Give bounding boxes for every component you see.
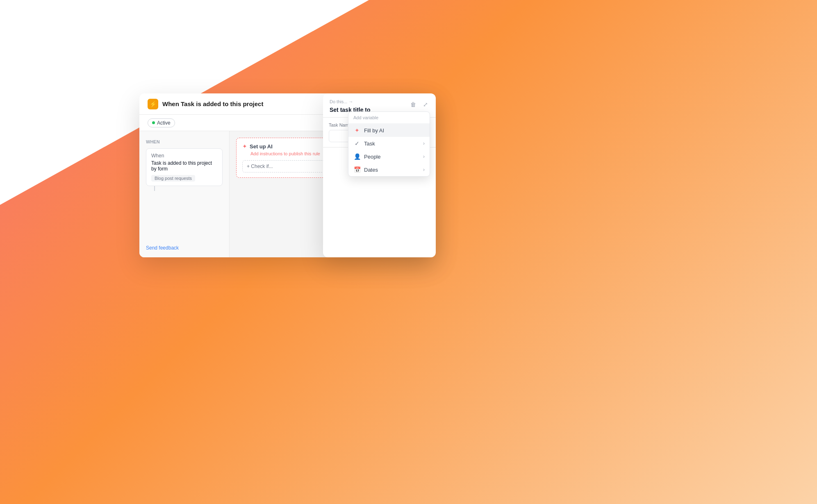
trigger-title: When [151, 153, 217, 159]
dates-item-left: 📅 Dates [353, 166, 378, 173]
delete-button[interactable]: 🗑 [408, 99, 419, 110]
fill-by-ai-label: Fill by AI [364, 127, 384, 134]
task-chevron-icon: › [423, 141, 425, 146]
dropdown-header: Add variable [348, 112, 430, 124]
dropdown-item-dates[interactable]: 📅 Dates › [348, 163, 430, 176]
people-item-left: 👤 People [353, 153, 380, 160]
dropdown-item-people[interactable]: 👤 People › [348, 150, 430, 163]
dates-icon: 📅 [353, 166, 361, 173]
delete-icon: 🗑 [410, 101, 416, 108]
task-item-left: ✓ Task [353, 140, 375, 147]
dates-label: Dates [364, 167, 378, 173]
expand-icon: ⤢ [423, 101, 428, 108]
trigger-card[interactable]: When Task is added to this project by fo… [146, 148, 223, 186]
dates-chevron-icon: › [423, 167, 425, 173]
task-icon: ✓ [353, 140, 361, 147]
ai-sparkle-icon: ✦ [242, 143, 247, 150]
task-label: Task [364, 141, 375, 147]
lightning-icon: ⚡ [148, 99, 158, 109]
trigger-panel: When When Task is added to this project … [139, 131, 230, 257]
status-badge[interactable]: Active [148, 118, 175, 127]
right-panel-actions: 🗑 ⤢ [408, 99, 431, 110]
dropdown-item-task[interactable]: ✓ Task › [348, 137, 430, 150]
right-panel: Do this... → Set task title to 🗑 ⤢ Task … [323, 93, 436, 257]
fill-by-ai-icon: ✦ [353, 127, 361, 134]
status-dot [152, 121, 155, 124]
connector-line [154, 186, 155, 191]
dropdown-item-fill-by-ai[interactable]: ✦ Fill by AI [348, 124, 430, 137]
send-feedback-link[interactable]: Send feedback [146, 245, 179, 251]
check-if-label: + Check if... [247, 163, 273, 169]
people-icon: 👤 [353, 153, 361, 160]
people-chevron-icon: › [423, 154, 425, 159]
trigger-description: Task is added to this project by form [151, 160, 217, 172]
when-label: When [146, 139, 223, 144]
expand-button[interactable]: ⤢ [420, 99, 431, 110]
people-label: People [364, 154, 380, 160]
fill-by-ai-left: ✦ Fill by AI [353, 127, 384, 134]
setup-ai-title: Set up AI [250, 143, 273, 150]
status-label: Active [157, 120, 171, 126]
trigger-tag: Blog post requests [151, 175, 195, 182]
variable-dropdown: Add variable ✦ Fill by AI ✓ Task › 👤 Peo… [348, 111, 430, 177]
